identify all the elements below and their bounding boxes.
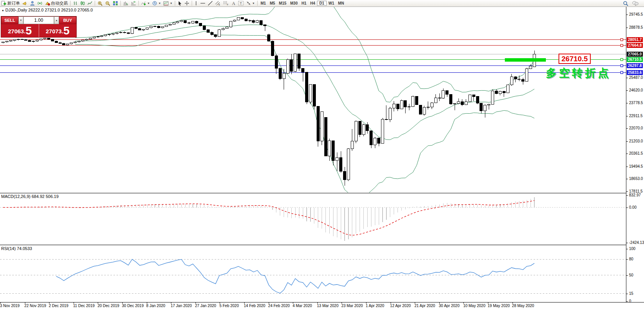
timeframe-W1[interactable]: W1 bbox=[327, 1, 336, 5]
volume-increase-button[interactable]: ▲ bbox=[54, 16, 59, 24]
label-tool[interactable]: T bbox=[237, 0, 245, 7]
new-order-label: 新订单 bbox=[7, 0, 20, 6]
axis-tick-label: 22070.0 bbox=[626, 126, 643, 131]
axis-tick-label: 50 bbox=[626, 273, 633, 278]
date-axis[interactable]: 3 Nov 201922 Nov 20192 Dec 201911 Dec 20… bbox=[0, 302, 644, 309]
tile-windows-button[interactable] bbox=[112, 0, 119, 7]
dropdown-arrow-icon: ▼ bbox=[158, 2, 161, 5]
level-price-badge[interactable]: 26297.8 bbox=[627, 63, 643, 68]
templates-button[interactable]: ▼ bbox=[162, 0, 174, 7]
level-price-badge[interactable]: 25833.6 bbox=[627, 70, 643, 75]
fibonacci-tool[interactable]: F bbox=[222, 0, 230, 7]
axis-tick-label: 28878.5 bbox=[626, 25, 643, 30]
timeframe-M15[interactable]: M15 bbox=[277, 1, 288, 5]
news-button[interactable] bbox=[21, 0, 29, 7]
price-note-box[interactable]: 26710.5 bbox=[559, 54, 591, 64]
bar-chart-icon bbox=[73, 1, 78, 6]
horizontal-line-tool[interactable] bbox=[199, 0, 207, 7]
buy-price-pips: 5 bbox=[63, 25, 69, 36]
timeframe-D1[interactable]: D1 bbox=[317, 1, 327, 6]
indicators-icon bbox=[141, 1, 146, 6]
pivot-note-text[interactable]: 多空转折点 bbox=[546, 66, 611, 80]
zoom-in-icon bbox=[97, 1, 103, 6]
level-price-badge[interactable]: 27664.8 bbox=[627, 43, 643, 48]
horizontal-line-icon bbox=[200, 1, 205, 5]
megaphone-icon bbox=[22, 1, 28, 6]
trade-panel-prices: 27063. 5 27073. 5 bbox=[1, 24, 76, 37]
timeframe-H1[interactable]: H1 bbox=[299, 1, 308, 5]
level-price-badge[interactable]: 28051.7 bbox=[627, 37, 643, 42]
cursor-tool-button[interactable] bbox=[176, 0, 183, 7]
level-drag-handle[interactable] bbox=[621, 65, 623, 67]
panel-toggle-icon[interactable]: ▲ bbox=[2, 9, 4, 11]
accounts-button[interactable] bbox=[29, 0, 36, 7]
toolbar-separator bbox=[138, 1, 139, 6]
zoom-in-button[interactable] bbox=[96, 0, 104, 7]
axis-tick-label: 18653.0 bbox=[626, 177, 643, 181]
chart-shift-button[interactable] bbox=[130, 0, 137, 7]
date-label: 19 May 2020 bbox=[488, 304, 510, 308]
bar-chart-button[interactable] bbox=[72, 0, 79, 7]
buy-button[interactable]: BUY bbox=[59, 16, 76, 24]
level-drag-handle[interactable] bbox=[621, 71, 623, 74]
axis-tick-label: 100 bbox=[626, 247, 636, 251]
rsi-line bbox=[56, 259, 534, 293]
current-price-badge[interactable]: 27065.0 bbox=[627, 52, 643, 57]
volume-decrease-button[interactable]: ▼ bbox=[18, 16, 23, 24]
sell-price[interactable]: 27063. 5 bbox=[1, 24, 39, 37]
price-axis[interactable]: 29745.528878.525487.024620.023778.522911… bbox=[626, 7, 644, 302]
chat-icon[interactable] bbox=[632, 1, 639, 6]
macd-pane[interactable] bbox=[0, 194, 626, 244]
main-toolbar: 新订单 自动交易 bbox=[0, 0, 644, 7]
timeframe-M1[interactable]: M1 bbox=[259, 1, 268, 5]
level-drag-handle[interactable] bbox=[621, 59, 623, 61]
timeframe-M30[interactable]: M30 bbox=[288, 1, 299, 5]
date-label: 30 Dec 2019 bbox=[122, 304, 144, 308]
sell-price-main: 27063. bbox=[8, 26, 26, 36]
auto-trade-button[interactable]: 自动交易 bbox=[44, 0, 69, 7]
timeframe-M5[interactable]: M5 bbox=[268, 1, 277, 5]
highlight-bar-annotation[interactable] bbox=[505, 58, 546, 62]
volume-input[interactable]: 1.00 bbox=[23, 16, 54, 24]
zoom-out-button[interactable] bbox=[104, 0, 112, 7]
buy-price[interactable]: 27073. 5 bbox=[39, 24, 77, 37]
sell-button[interactable]: SELL bbox=[1, 16, 18, 24]
trendline-tool[interactable] bbox=[207, 0, 214, 7]
level-drag-handle[interactable] bbox=[621, 39, 623, 41]
date-label: 28 May 2020 bbox=[512, 304, 534, 308]
timeframe-H4[interactable]: H4 bbox=[308, 1, 317, 5]
search-icon[interactable] bbox=[623, 1, 628, 6]
axis-tick-label: 832.97 bbox=[626, 193, 641, 198]
arrows-tool[interactable]: ▼ bbox=[245, 0, 256, 7]
main-price-chart[interactable] bbox=[0, 7, 626, 193]
new-order-button[interactable]: 新订单 bbox=[0, 0, 21, 7]
date-label: 2 Dec 2019 bbox=[49, 304, 68, 308]
periods-button[interactable]: ▼ bbox=[151, 0, 162, 7]
indicators-button[interactable]: ▼ bbox=[140, 0, 151, 7]
candlestick-button[interactable] bbox=[79, 0, 86, 7]
timeframe-MN[interactable]: MN bbox=[336, 1, 346, 5]
toolbar-separator bbox=[175, 1, 175, 6]
auto-trade-label: 自动交易 bbox=[51, 0, 68, 6]
macd-label: MACD(12,26,9) 684.92 506.19 bbox=[1, 194, 59, 199]
bollinger-bands bbox=[75, 7, 534, 193]
svg-text:A: A bbox=[232, 1, 235, 6]
shapes-icon bbox=[246, 1, 251, 6]
date-label: 12 Apr 2020 bbox=[390, 304, 411, 308]
svg-text:F: F bbox=[227, 3, 228, 6]
pane-separator[interactable] bbox=[0, 193, 644, 194]
pane-separator[interactable] bbox=[0, 244, 644, 245]
line-chart-button[interactable] bbox=[86, 0, 94, 7]
axis-tick-label: 29745.5 bbox=[626, 12, 643, 17]
axis-tick-label: 22911.5 bbox=[626, 114, 642, 118]
level-price-badge[interactable]: 26710.5 bbox=[627, 57, 643, 62]
level-drag-handle[interactable] bbox=[621, 44, 623, 47]
one-click-trade-panel: SELL ▼ 1.00 ▲ BUY 27063. 5 27073. 5 bbox=[1, 16, 77, 38]
crosshair-tool-button[interactable] bbox=[183, 0, 191, 7]
broadcast-button[interactable] bbox=[36, 0, 44, 7]
vertical-line-tool[interactable] bbox=[193, 0, 199, 7]
channel-tool[interactable]: E bbox=[214, 0, 222, 7]
auto-scroll-button[interactable] bbox=[122, 0, 130, 7]
rsi-pane[interactable] bbox=[0, 245, 626, 302]
text-tool[interactable]: A bbox=[230, 0, 237, 7]
